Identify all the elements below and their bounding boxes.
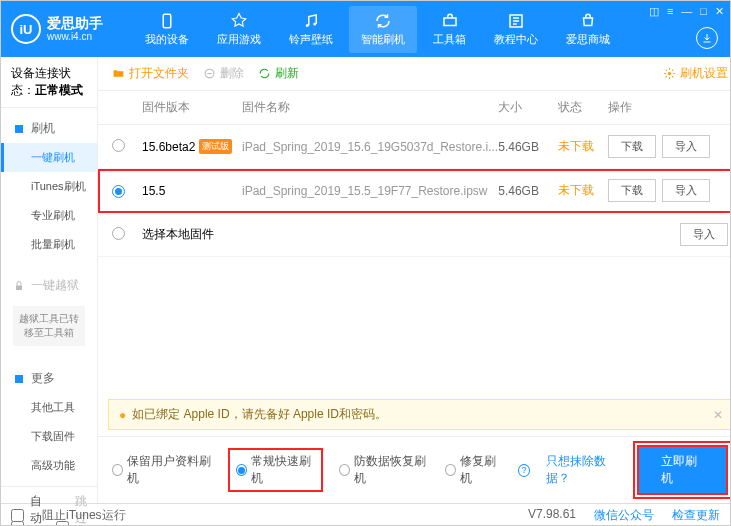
nav-store[interactable]: 爱思商城 xyxy=(554,6,622,53)
side-group-jailbreak[interactable]: 一键越狱 xyxy=(1,271,97,300)
delete-button[interactable]: 删除 xyxy=(203,65,244,82)
row-radio[interactable] xyxy=(112,139,125,152)
mode-regular[interactable]: 常规快速刷机 xyxy=(228,448,323,492)
wechat-link[interactable]: 微信公众号 xyxy=(594,507,654,524)
firmware-version: 15.5 xyxy=(142,184,165,198)
nav-toolbox[interactable]: 工具箱 xyxy=(421,6,478,53)
notice-close-icon[interactable]: ✕ xyxy=(713,408,723,422)
import-button[interactable]: 导入 xyxy=(662,179,710,202)
flash-now-button[interactable]: 立即刷机 xyxy=(637,445,728,495)
firmware-status: 未下载 xyxy=(558,182,608,199)
svg-point-9 xyxy=(668,72,671,75)
side-other-tools[interactable]: 其他工具 xyxy=(1,393,97,422)
appleid-notice: ● 如已绑定 Apple ID，请先备好 Apple ID和密码。 ✕ xyxy=(108,399,731,430)
firmware-version: 15.6beta2 xyxy=(142,140,195,154)
svg-point-2 xyxy=(313,22,316,25)
nav-my-device[interactable]: 我的设备 xyxy=(133,6,201,53)
block-itunes-label: 阻止iTunes运行 xyxy=(42,507,126,524)
svg-rect-0 xyxy=(163,14,171,28)
version-label: V7.98.61 xyxy=(528,507,576,524)
svg-rect-5 xyxy=(15,125,23,133)
side-pro-flash[interactable]: 专业刷机 xyxy=(1,201,97,230)
table-header: 固件版本固件名称大小状态操作 xyxy=(98,91,731,125)
top-nav: 我的设备 应用游戏 铃声壁纸 智能刷机 工具箱 教程中心 爱思商城 xyxy=(133,6,622,53)
side-download-firmware[interactable]: 下载固件 xyxy=(1,422,97,451)
side-batch-flash[interactable]: 批量刷机 xyxy=(1,230,97,259)
open-folder-button[interactable]: 打开文件夹 xyxy=(112,65,189,82)
table-row[interactable]: 15.6beta2测试版 iPad_Spring_2019_15.6_19G50… xyxy=(98,125,731,169)
import-button[interactable]: 导入 xyxy=(662,135,710,158)
import-button[interactable]: 导入 xyxy=(680,223,728,246)
svg-point-1 xyxy=(306,24,309,27)
nav-apps[interactable]: 应用游戏 xyxy=(205,6,273,53)
firmware-name: iPad_Spring_2019_15.6_19G5037d_Restore.i… xyxy=(242,140,498,154)
info-icon[interactable]: ? xyxy=(518,464,530,477)
jailbreak-note: 越狱工具已转移至工具箱 xyxy=(13,306,85,346)
row-radio[interactable] xyxy=(112,227,125,240)
table-row-local[interactable]: 选择本地固件 导入 xyxy=(98,213,731,257)
firmware-size: 5.46GB xyxy=(498,140,558,154)
svg-rect-7 xyxy=(15,375,23,383)
nav-flash[interactable]: 智能刷机 xyxy=(349,6,417,53)
side-group-more[interactable]: 更多 xyxy=(1,364,97,393)
row-radio[interactable] xyxy=(112,185,125,198)
side-oneclick-flash[interactable]: 一键刷机 xyxy=(1,143,97,172)
connection-status: 设备连接状态：正常模式 xyxy=(1,57,97,108)
mode-keep-data[interactable]: 保留用户资料刷机 xyxy=(112,453,212,487)
side-itunes-flash[interactable]: iTunes刷机 xyxy=(1,172,97,201)
beta-tag: 测试版 xyxy=(199,139,232,154)
check-update-link[interactable]: 检查更新 xyxy=(672,507,720,524)
download-icon[interactable] xyxy=(696,27,718,49)
block-itunes-checkbox[interactable] xyxy=(11,509,24,522)
theme-icon[interactable]: ◫ xyxy=(649,5,659,18)
nav-tutorials[interactable]: 教程中心 xyxy=(482,6,550,53)
side-group-flash[interactable]: 刷机 xyxy=(1,114,97,143)
download-button[interactable]: 下载 xyxy=(608,135,656,158)
window-controls: ◫ ≡ — □ ✕ xyxy=(649,5,724,18)
mode-anti-recovery[interactable]: 防数据恢复刷机 xyxy=(339,453,429,487)
download-button[interactable]: 下载 xyxy=(608,179,656,202)
local-firmware-label: 选择本地固件 xyxy=(142,226,320,243)
firmware-size: 5.46GB xyxy=(498,184,558,198)
firmware-name: iPad_Spring_2019_15.5_19F77_Restore.ipsw xyxy=(242,184,498,198)
close-icon[interactable]: ✕ xyxy=(715,5,724,18)
side-advanced[interactable]: 高级功能 xyxy=(1,451,97,480)
erase-only-link[interactable]: 只想抹除数据？ xyxy=(546,453,621,487)
svg-rect-6 xyxy=(16,285,22,290)
maximize-icon[interactable]: □ xyxy=(700,5,707,18)
warning-icon: ● xyxy=(119,408,126,422)
nav-ringtones[interactable]: 铃声壁纸 xyxy=(277,6,345,53)
refresh-button[interactable]: 刷新 xyxy=(258,65,299,82)
minimize-icon[interactable]: — xyxy=(681,5,692,18)
table-row[interactable]: 15.5 iPad_Spring_2019_15.5_19F77_Restore… xyxy=(98,169,731,213)
svg-rect-3 xyxy=(444,18,456,26)
mode-repair[interactable]: 修复刷机 xyxy=(445,453,502,487)
app-logo: iU 爱思助手www.i4.cn xyxy=(11,14,103,44)
flash-settings-button[interactable]: 刷机设置 xyxy=(663,65,728,82)
auto-activate-label: 自动激活 xyxy=(30,493,42,526)
menu-icon[interactable]: ≡ xyxy=(667,5,673,18)
firmware-status: 未下载 xyxy=(558,138,608,155)
